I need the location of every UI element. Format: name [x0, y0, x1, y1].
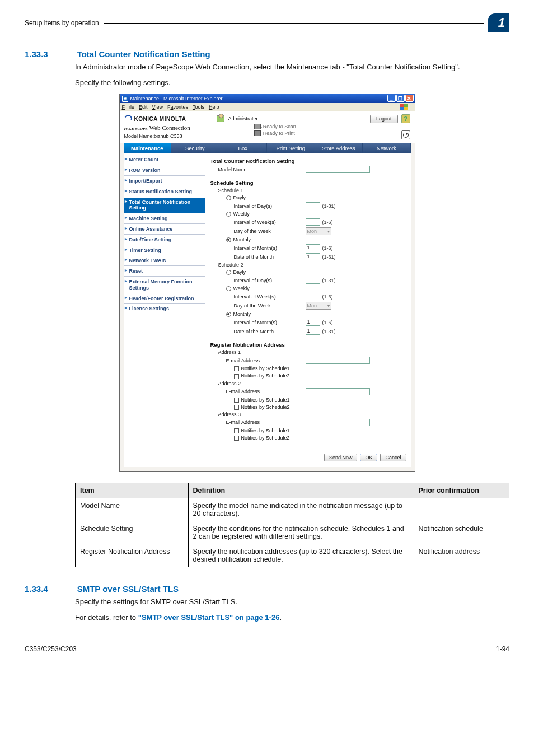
s2-monthly-radio[interactable]: Monthly — [210, 311, 306, 317]
smtp-paragraph-1: Specify the settings for SMTP over SSL/S… — [75, 597, 509, 607]
addr3-notif-s2[interactable]: Notifies by Schedule2 — [210, 435, 306, 441]
table-row: Model Name Specify the model name indica… — [76, 498, 509, 521]
nav-timer-setting[interactable]: Timer Setting — [124, 245, 205, 256]
form-heading: Total Counter Notification Setting — [210, 158, 406, 164]
cancel-button[interactable]: Cancel — [380, 454, 406, 461]
col-item: Item — [76, 483, 189, 498]
schedule-heading: Schedule Setting — [210, 180, 406, 186]
s2-dom-input[interactable]: 1 — [306, 328, 320, 335]
ie-window: Maintenance - Microsoft Internet Explore… — [119, 94, 415, 472]
ie-app-icon — [122, 96, 128, 102]
nav-network-twain[interactable]: Network TWAIN — [124, 255, 205, 266]
administrator-icon — [217, 115, 224, 122]
s1-interval-month-label: Interval of Month(s) — [210, 245, 306, 251]
nav-license-settings[interactable]: License Settings — [124, 304, 205, 314]
administrator-label: Administrater — [228, 116, 257, 122]
tab-security[interactable]: Security — [171, 143, 219, 153]
window-restore-button[interactable]: ❐ — [396, 95, 405, 102]
s1-interval-week-input[interactable] — [306, 218, 320, 226]
windows-flag-icon — [400, 104, 408, 110]
menu-favorites[interactable]: Favorites — [167, 104, 188, 110]
nav-reset[interactable]: Reset — [124, 266, 205, 277]
address2-label: Address 2 — [210, 381, 306, 386]
tab-store-address[interactable]: Store Address — [315, 143, 363, 153]
nav-import-export[interactable]: Import/Export — [124, 176, 205, 186]
register-heading: Register Notification Address — [210, 342, 406, 348]
s1-interval-day-label: Interval of Day(s) — [210, 203, 306, 209]
addr2-email-input[interactable] — [306, 388, 370, 395]
model-name-input[interactable] — [306, 166, 370, 173]
chapter-badge: 1 — [488, 13, 509, 32]
section-title-2: SMTP over SSL/Start TLS — [77, 584, 179, 594]
nav-total-counter-notification[interactable]: Total Counter Notification Setting — [124, 197, 205, 214]
definition-table: Item Definition Prior confirmation Model… — [75, 483, 509, 567]
logout-button[interactable]: Logout — [370, 115, 398, 123]
section-number: 1.33.3 — [25, 49, 75, 59]
s1-interval-month-input[interactable]: 1 — [306, 244, 320, 251]
nav-status-notification[interactable]: Status Notification Setting — [124, 186, 205, 197]
model-name-line: Model Name:bizhub C353 — [124, 133, 190, 140]
nav-rom-version[interactable]: ROM Version — [124, 165, 205, 176]
s2-interval-day-input[interactable] — [306, 277, 320, 284]
send-now-button[interactable]: Send Now — [324, 454, 358, 461]
nav-meter-count[interactable]: Meter Count — [124, 155, 205, 165]
side-nav: Meter Count ROM Version Import/Export St… — [124, 155, 205, 467]
menu-edit[interactable]: Edit — [139, 104, 148, 110]
s1-dom-label: Date of the Month — [210, 254, 306, 260]
tab-maintenance[interactable]: Maintenance — [124, 143, 172, 153]
s1-monthly-radio[interactable]: Monthly — [210, 237, 306, 242]
s1-weekly-radio[interactable]: Weekly — [210, 211, 306, 217]
s1-interval-day-input[interactable] — [306, 202, 320, 209]
window-close-button[interactable]: ✕ — [405, 95, 414, 102]
s2-weekly-radio[interactable]: Weekly — [210, 286, 306, 291]
menu-file[interactable]: File — [122, 104, 135, 110]
menu-view[interactable]: View — [152, 104, 163, 110]
menu-help[interactable]: Help — [209, 104, 219, 110]
schedule1-label: Schedule 1 — [210, 188, 306, 193]
s2-dow-select[interactable]: Mon — [306, 302, 331, 310]
addr2-notif-s2[interactable]: Notifies by Schedule2 — [210, 404, 306, 410]
tab-print-setting[interactable]: Print Setting — [267, 143, 315, 153]
addr1-notif-s1[interactable]: Notifies by Schedule1 — [210, 366, 306, 371]
s2-interval-week-input[interactable] — [306, 293, 320, 300]
addr1-notif-s2[interactable]: Notifies by Schedule2 — [210, 373, 306, 379]
addr2-notif-s1[interactable]: Notifies by Schedule1 — [210, 397, 306, 403]
s2-dayly-radio[interactable]: Dayly — [210, 269, 306, 275]
window-minimize-button[interactable]: _ — [387, 95, 396, 102]
tab-box[interactable]: Box — [219, 143, 268, 153]
tab-network[interactable]: Network — [363, 143, 411, 153]
addr3-email-input[interactable] — [306, 419, 370, 426]
address3-label: Address 3 — [210, 412, 306, 417]
col-definition: Definition — [188, 483, 414, 498]
addr1-email-label: E-mail Address — [210, 358, 306, 363]
s1-dayly-radio[interactable]: Dayly — [210, 195, 306, 200]
s1-dom-input[interactable]: 1 — [306, 253, 320, 260]
col-prior: Prior confirmation — [414, 483, 509, 498]
s1-dow-select[interactable]: Mon — [306, 227, 331, 235]
ready-scan-label: Ready to Scan — [263, 124, 296, 129]
table-row: Schedule Setting Specify the conditions … — [76, 521, 509, 544]
s2-interval-month-input[interactable]: 1 — [306, 319, 320, 326]
addr3-notif-s1[interactable]: Notifies by Schedule1 — [210, 428, 306, 433]
ready-print-label: Ready to Print — [263, 130, 295, 136]
nav-header-footer[interactable]: Header/Footer Registration — [124, 293, 205, 304]
scanner-icon — [254, 124, 261, 129]
help-button[interactable]: ? — [401, 114, 410, 123]
ok-button[interactable]: OK — [360, 454, 377, 461]
smtp-xref-link[interactable]: "SMTP over SSL/Start TLS" on page 1-26 — [138, 613, 280, 622]
konica-minolta-logo: KONICA MINOLTA — [124, 115, 186, 123]
addr1-email-input[interactable] — [306, 357, 370, 364]
nav-external-memory[interactable]: External Memory Function Settings — [124, 277, 205, 293]
intro-paragraph-1: In Administrator mode of PageScope Web C… — [75, 62, 509, 72]
table-row: Register Notification Address Specify th… — [76, 544, 509, 567]
address1-label: Address 1 — [210, 349, 306, 355]
nav-online-assistance[interactable]: Online Assistance — [124, 224, 205, 235]
nav-date-time[interactable]: Date/Time Setting — [124, 235, 205, 245]
nav-machine-setting[interactable]: Machine Setting — [124, 213, 205, 224]
refresh-button[interactable] — [401, 130, 410, 139]
schedule2-label: Schedule 2 — [210, 262, 306, 268]
breadcrumb: Setup items by operation — [25, 19, 99, 27]
s1-interval-week-label: Interval of Week(s) — [210, 220, 306, 225]
intro-paragraph-2: Specify the following settings. — [75, 78, 509, 88]
menu-tools[interactable]: Tools — [193, 104, 204, 110]
